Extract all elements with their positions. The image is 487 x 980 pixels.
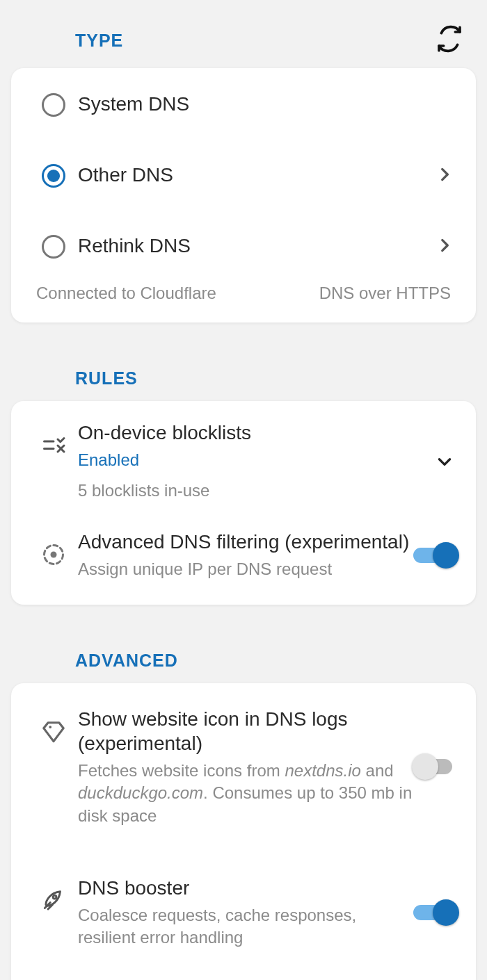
dns-option-label: System DNS <box>78 92 458 116</box>
type-title: TYPE <box>75 31 123 51</box>
rocket-icon <box>29 876 78 915</box>
dns-option-system[interactable]: System DNS <box>11 68 476 139</box>
favicon-title: Show website icon in DNS logs (experimen… <box>78 707 413 756</box>
radio-icon <box>42 164 65 188</box>
booster-sub: Coalesce requests, cache responses, resi… <box>78 904 413 949</box>
advanced-title: ADVANCED <box>75 651 178 671</box>
filtering-title: Advanced DNS filtering (experimental) <box>78 530 413 554</box>
type-card: System DNS Other DNS Rethink DNS Connect… <box>11 68 476 322</box>
advanced-filtering-row[interactable]: Advanced DNS filtering (experimental) As… <box>11 516 476 601</box>
favicon-toggle[interactable] <box>413 753 458 780</box>
filtering-sub: Assign unique IP per DNS request <box>78 558 413 580</box>
dns-footer: Connected to Cloudflare DNS over HTTPS <box>11 281 476 320</box>
chevron-right-icon <box>431 236 458 254</box>
rules-title: RULES <box>75 368 138 389</box>
svg-point-5 <box>51 552 57 558</box>
rules-header: RULES <box>0 343 487 389</box>
blocklists-title: On-device blocklists <box>78 420 431 445</box>
filtering-toggle[interactable] <box>413 542 458 569</box>
chevron-right-icon <box>431 165 458 183</box>
type-header: TYPE <box>0 0 487 56</box>
booster-toggle[interactable] <box>413 899 458 926</box>
rules-card: On-device blocklists Enabled 5 blocklist… <box>11 401 476 605</box>
booster-row[interactable]: DNS booster Coalesce requests, cache res… <box>11 841 476 963</box>
refresh-icon[interactable] <box>436 25 463 56</box>
booster-title: DNS booster <box>78 876 413 900</box>
dns-option-label: Rethink DNS <box>78 234 431 258</box>
svg-point-6 <box>49 726 51 728</box>
advanced-card: Show website icon in DNS logs (experimen… <box>11 683 476 980</box>
checklist-icon <box>29 420 78 458</box>
dns-connected-label: Connected to Cloudflare <box>36 284 216 303</box>
dns-option-label: Other DNS <box>78 163 431 187</box>
dns-protocol-label: DNS over HTTPS <box>319 284 451 303</box>
diamond-icon <box>29 707 78 746</box>
radio-icon <box>42 235 65 259</box>
dns-option-rethink[interactable]: Rethink DNS <box>11 210 476 281</box>
target-icon <box>29 530 78 567</box>
dns-option-other[interactable]: Other DNS <box>11 139 476 210</box>
favicon-row[interactable]: Show website icon in DNS logs (experimen… <box>11 683 476 841</box>
advanced-header: ADVANCED <box>0 626 487 671</box>
blocklists-status: Enabled <box>78 450 431 470</box>
favicon-sub: Fetches website icons from nextdns.io an… <box>78 760 413 827</box>
svg-point-7 <box>53 895 56 899</box>
blocklists-row[interactable]: On-device blocklists Enabled 5 blocklist… <box>11 401 476 516</box>
chevron-down-icon <box>431 452 458 471</box>
blocklists-sub: 5 blocklists in-use <box>78 480 431 502</box>
radio-icon <box>42 93 65 117</box>
